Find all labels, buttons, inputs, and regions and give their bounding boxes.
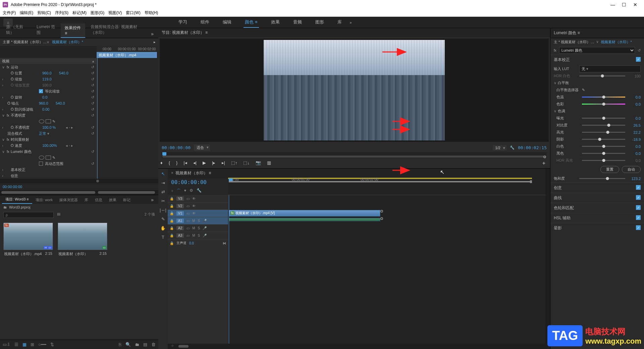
timeline-zoom-out[interactable]: ○ (171, 344, 174, 349)
menu-help[interactable]: 帮助(H) (145, 10, 158, 16)
shadows-slider[interactable] (582, 139, 625, 140)
tab-effects[interactable]: 效果 (106, 196, 120, 204)
extract-button[interactable]: ⬚↓ (243, 160, 250, 166)
highlights-value[interactable]: 22.2 (628, 130, 641, 134)
temperature-slider[interactable] (582, 97, 625, 98)
fit-dropdown[interactable]: 适合 (194, 144, 210, 151)
wrench-icon[interactable]: 🔧 (510, 146, 515, 150)
tab-project[interactable]: 项目: Word3 ≡ (2, 195, 32, 204)
reset-icon[interactable]: ↺ (638, 48, 641, 53)
tab-markers[interactable]: 标记 (120, 196, 134, 204)
fx-opacity[interactable]: ∨fx不透明度↺ (0, 112, 96, 118)
program-monitor-view[interactable] (160, 39, 549, 142)
exposure-value[interactable]: 0.0 (628, 116, 641, 120)
menu-edit[interactable]: 编辑(E) (20, 10, 33, 16)
workspace-learn[interactable]: 学习 (177, 17, 189, 28)
whites-slider[interactable] (582, 146, 625, 147)
sort-icon[interactable]: ⇅ (50, 342, 54, 347)
slip-tool[interactable]: |↔| (160, 208, 166, 213)
tab-libraries[interactable]: 库 (81, 196, 92, 204)
fx-lumetri[interactable]: ∨fxLumetri 颜色↺ (0, 149, 96, 155)
lumetri-sequence-link[interactable]: 视频素材（水印）* (601, 40, 632, 45)
selection-tool[interactable]: ↖ (161, 171, 165, 176)
section-basic-correction[interactable]: 基本校正✓ (550, 55, 644, 65)
fx-zoom-scrollbar[interactable] (98, 191, 155, 194)
flicker-value[interactable]: 0.00 (42, 107, 59, 111)
saturation-slider[interactable] (579, 178, 625, 179)
list-view-icon[interactable]: ☰ (14, 342, 18, 347)
workspace-effects[interactable]: 效果 (270, 17, 281, 28)
scale-value[interactable]: 119.0 (42, 77, 59, 81)
fx-h-scrollbar[interactable] (1, 191, 95, 194)
freeform-view-icon[interactable]: ⊞ (31, 342, 34, 347)
timeline-clip-video[interactable]: fx视频素材（水印）.mp4 [V] (229, 210, 380, 217)
anchor-x[interactable]: 960.0 (39, 101, 56, 105)
menu-window[interactable]: 窗口(W) (126, 10, 140, 16)
workspace-color[interactable]: 颜色≡ (244, 17, 259, 28)
filter-icon[interactable]: ▤ (57, 212, 60, 218)
icon-view-icon[interactable]: ▦ (22, 342, 26, 347)
section-creative[interactable]: 创意✓ (550, 183, 644, 193)
mark-in-button[interactable]: { (169, 160, 170, 166)
maximize-button[interactable]: ☐ (622, 2, 627, 7)
timeline-ruler[interactable]: :00:00 00:00:01:00 00:00:02:00 (228, 178, 545, 195)
tab-media-browser[interactable]: 媒体浏览器 (56, 196, 81, 204)
toggle-output-icon[interactable]: ▭ (186, 197, 190, 200)
speed-value[interactable]: 100.00% (42, 143, 59, 148)
workspace-graphics[interactable]: 图形 (314, 17, 325, 28)
fx-scrollbar[interactable] (96, 180, 99, 182)
reset-button[interactable]: 重置 (600, 166, 619, 173)
rotation-value[interactable]: 0.0 (42, 95, 59, 99)
workspace-overflow[interactable]: » (350, 20, 352, 24)
trash-icon[interactable]: 🗑 (151, 342, 156, 347)
program-progress-bar[interactable] (162, 152, 547, 158)
track-select-tool[interactable]: ⇥ (161, 180, 165, 185)
anchor-y[interactable]: 540.0 (56, 101, 72, 105)
tab-project-work[interactable]: 项目: work (32, 196, 56, 204)
program-current-time[interactable]: 00:00:00:00 (162, 145, 191, 150)
razor-tool[interactable]: ✂ (161, 198, 165, 203)
eye-icon[interactable]: 👁 (192, 197, 196, 200)
menu-marker[interactable]: 标记(M) (72, 10, 87, 16)
menu-file[interactable]: 文件(F) (3, 10, 16, 16)
find-icon[interactable]: 🔍 (125, 342, 131, 347)
button-editor[interactable]: + (542, 160, 545, 166)
lumetri-effect-select[interactable]: Lumetri 颜色 (559, 47, 635, 54)
timeline-zoom-scrollbar[interactable] (178, 345, 189, 348)
mask-rect-icon[interactable] (46, 119, 51, 123)
type-tool[interactable]: T (162, 235, 164, 240)
pen-tool[interactable]: ✎ (161, 217, 165, 222)
settings-icon[interactable]: ⚙ (190, 188, 193, 194)
fx-motion[interactable]: ∨fx运动↺ (0, 64, 96, 70)
tab-lumetri-scopes[interactable]: Lumetri 范围 (33, 22, 59, 38)
lumetri-mask-pen[interactable]: ✎ (52, 156, 55, 160)
section-curves[interactable]: 曲线✓ (550, 193, 644, 203)
uniform-scale-checkbox[interactable]: ✓ (39, 89, 43, 93)
list-write-icon[interactable]: ▭⇩ (3, 342, 10, 347)
source-tabs-overflow[interactable]: » (148, 30, 156, 38)
section-hsl[interactable]: HSL 辅助✓ (550, 213, 644, 223)
new-bin-icon[interactable]: 🖿 (135, 342, 139, 347)
hdr-checkbox[interactable] (39, 162, 43, 166)
timeline-track-area[interactable]: fx视频素材（水印）.mp4 [V] (228, 195, 545, 344)
whites-value[interactable]: 0.0 (628, 144, 641, 149)
lock-icon[interactable]: 🔒 (170, 197, 174, 200)
menu-graphics[interactable]: 图形(G) (91, 10, 104, 16)
comparison-view-button[interactable]: ▥ (267, 160, 271, 166)
zoom-slider[interactable]: ○━━ (38, 342, 46, 347)
automate-icon[interactable]: ⎘ (119, 342, 121, 347)
auto-button[interactable]: 自动 (622, 166, 641, 173)
menu-view[interactable]: 视图(V) (108, 10, 122, 16)
section-color-wheels[interactable]: 色轮和匹配✓ (550, 203, 644, 213)
linked-selection-toggle[interactable]: ⌒ (177, 188, 181, 194)
blend-mode[interactable]: 正常 (39, 131, 56, 136)
lumetri-mask-ellipse[interactable] (39, 156, 44, 160)
exposure-slider[interactable] (582, 118, 625, 119)
new-item-icon[interactable]: ▤ (143, 342, 147, 347)
contrast-slider[interactable] (582, 125, 625, 126)
workspace-audio[interactable]: 音频 (292, 17, 303, 28)
opacity-value[interactable]: 100.0 % (42, 125, 59, 129)
tab-audio-mixer[interactable]: 音频剪辑混合器: 视频素材（水印） (87, 22, 147, 38)
tab-info[interactable]: 信息 (92, 196, 106, 204)
timeline-sequence-name[interactable]: 视频素材（水印） ≡ (175, 171, 211, 175)
